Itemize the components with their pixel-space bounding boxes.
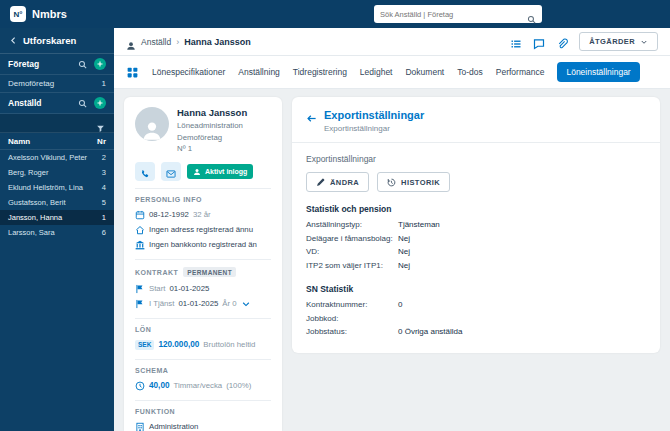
anstalld-label: Anställd: [8, 98, 42, 108]
address-row[interactable]: Ingen adress registrerad ännu: [135, 222, 271, 237]
detail-row: Anställningstyp: Tjänsteman: [306, 218, 646, 232]
detail-subtitle: Exportinställningar: [324, 124, 646, 133]
edit-button[interactable]: ÄNDRA: [306, 172, 369, 192]
birthdate-row: 08-12-1992 32 år: [135, 207, 271, 222]
building-icon: [135, 422, 145, 431]
phone-button[interactable]: [135, 162, 155, 181]
employee-row[interactable]: Axelsson Viklund, Peter 2: [0, 150, 114, 165]
tab-loneinstallningar[interactable]: Löneinställningar: [557, 62, 639, 82]
employee-list: Axelsson Viklund, Peter 2 Berg, Roger 3 …: [0, 150, 114, 240]
employee-name: Larsson, Sara: [8, 228, 55, 237]
export-settings-card: Exportinställningar Exportinställningar …: [292, 97, 660, 353]
chevron-down-icon[interactable]: [241, 299, 251, 309]
detail-row: Delägare i fåmansbolag: Nej: [306, 232, 646, 246]
add-company-button[interactable]: [94, 58, 106, 70]
employee-row[interactable]: Berg, Roger 3: [0, 165, 114, 180]
tab-dokument[interactable]: Dokument: [405, 67, 444, 77]
sidebar-item-anstalld[interactable]: Anställd: [0, 93, 114, 114]
detail-body: Exportinställningar ÄNDRA: [292, 143, 660, 353]
in-service-row[interactable]: I Tjänst 01-01-2025 År 0: [135, 296, 271, 311]
contract-heading: KONTRAKT: [135, 269, 178, 276]
search-employee-icon[interactable]: [78, 99, 87, 108]
employee-summary-card: Hanna Jansson Löneadministration Demoför…: [124, 97, 282, 431]
flag-icon: [135, 284, 145, 294]
sidebar-item-foretag[interactable]: Företag: [0, 54, 114, 75]
list-icon[interactable]: [510, 36, 522, 48]
active-login-label: Aktivt inlogg: [205, 168, 247, 175]
age: 32 år: [193, 210, 211, 219]
breadcrumb-separator: ›: [176, 37, 179, 47]
nmbrs-logo-icon[interactable]: N°: [10, 6, 26, 22]
apps-grid-icon[interactable]: [126, 66, 139, 79]
employee-role: Löneadministration: [177, 120, 247, 132]
actions-button[interactable]: ÅTGÄRDER: [579, 32, 658, 51]
detail-row-value: Nej: [398, 232, 410, 246]
detail-title: Exportinställningar: [324, 109, 424, 121]
contract-type-badge: PERMANENT: [183, 267, 236, 277]
history-button[interactable]: HISTORIK: [377, 172, 450, 192]
detail-row-value: Tjänsteman: [398, 218, 440, 232]
employee-identity: Hanna Jansson Löneadministration Demoför…: [177, 107, 247, 155]
global-search[interactable]: [374, 5, 542, 23]
main-area: Anställd › Hanna Jansson ÅTGÄRDER: [114, 28, 670, 431]
employee-tabbar: Lönespecifikationer Anställning Tidregis…: [114, 56, 670, 89]
detail-row-label: Kontraktnummer:: [306, 298, 398, 312]
clock-icon: [135, 381, 145, 391]
brand-name: Nmbrs: [32, 8, 67, 20]
schedule-hours: 40,00: [149, 381, 170, 390]
filter-funnel-icon[interactable]: [96, 119, 105, 128]
search-icon[interactable]: [527, 10, 536, 19]
employee-nr: 6: [102, 228, 106, 237]
mail-icon: [166, 167, 176, 177]
breadcrumb-current: Hanna Jansson: [184, 37, 251, 47]
no-address-text: Ingen adress registrerad ännu: [149, 225, 253, 234]
service-years: År 0: [222, 299, 236, 308]
employee-header: Hanna Jansson Löneadministration Demoför…: [135, 107, 271, 155]
chat-icon[interactable]: [533, 36, 545, 48]
search-company-icon[interactable]: [78, 60, 87, 69]
breadcrumb-section[interactable]: Anställd: [141, 37, 171, 47]
flag-icon: [135, 299, 145, 309]
actions-button-label: ÅTGÄRDER: [589, 37, 635, 46]
paperclip-icon[interactable]: [556, 36, 568, 48]
employee-row[interactable]: Eklund Hellström, Lina 4: [0, 180, 114, 195]
schedule-heading: SCHEMA: [135, 367, 271, 374]
employee-row[interactable]: Gustafsson, Berit 5: [0, 195, 114, 210]
tab-ledighet[interactable]: Ledighet: [360, 67, 393, 77]
in-service-label: I Tjänst: [149, 299, 174, 308]
tab-tidregistrering[interactable]: Tidregistrering: [293, 67, 347, 77]
salary-row: SEK 120.000,00 Bruttolön heltid: [135, 337, 271, 352]
detail-row: VD: Nej: [306, 245, 646, 259]
tab-todos[interactable]: To-dos: [457, 67, 483, 77]
add-employee-button[interactable]: [94, 97, 106, 109]
employee-name: Gustafsson, Berit: [8, 198, 66, 207]
content-area: Hanna Jansson Löneadministration Demoför…: [114, 89, 670, 431]
function-department-row: Administration: [135, 419, 271, 431]
employee-nr: 3: [102, 168, 106, 177]
employee-filter-bar[interactable]: [0, 114, 114, 133]
collapse-sidebar-icon[interactable]: [9, 36, 18, 45]
detail-toolbar: ÄNDRA HISTORIK: [306, 172, 646, 192]
employee-row-selected[interactable]: Jansson, Hanna 1: [0, 210, 114, 225]
sidebar-item-demoforetag[interactable]: Demoföretag 1: [0, 75, 114, 93]
col-nr: Nr: [97, 137, 106, 146]
company-label: Demoföretag: [8, 79, 54, 88]
contract-start-row: Start 01-01-2025: [135, 281, 271, 296]
tab-lonespecifikationer[interactable]: Lönespecifikationer: [152, 67, 225, 77]
back-arrow-icon[interactable]: [306, 110, 317, 121]
employee-row[interactable]: Larsson, Sara 6: [0, 225, 114, 240]
tab-anstallning[interactable]: Anställning: [238, 67, 280, 77]
employee-company: Demoföretag: [177, 132, 247, 144]
breadcrumb-actions: ÅTGÄRDER: [510, 32, 658, 51]
bank-row[interactable]: Ingen bankkonto registrerad än: [135, 237, 271, 252]
global-search-input[interactable]: [380, 10, 527, 19]
detail-row-label: ITP2 som väljer ITP1:: [306, 259, 398, 273]
employee-nr: 2: [102, 153, 106, 162]
schedule-unit: Timmar/vecka: [174, 381, 223, 390]
explorer-sidebar: Utforskaren Företag Demoföretag 1 Anstäl…: [0, 28, 114, 431]
sidebar-header[interactable]: Utforskaren: [0, 28, 114, 54]
schedule-percent: (100%): [226, 381, 251, 390]
email-button[interactable]: [161, 162, 181, 181]
salary-heading: LÖN: [135, 326, 271, 333]
tab-performance[interactable]: Performance: [496, 67, 545, 77]
